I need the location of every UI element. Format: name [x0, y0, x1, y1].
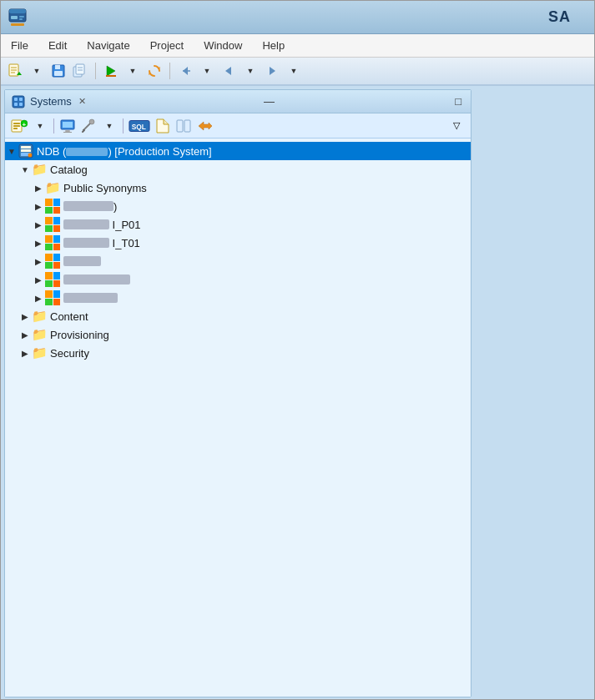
sync-button[interactable] [195, 117, 214, 135]
s3-expander[interactable]: ▶ [32, 236, 45, 249]
s6-expander[interactable]: ▶ [32, 291, 45, 305]
catalog-node[interactable]: ▼ 📁 Catalog [5, 160, 471, 179]
catalog-expander[interactable]: ▼ [18, 163, 32, 176]
svg-rect-49 [21, 146, 31, 149]
svg-rect-2 [11, 16, 18, 19]
content-label: Content [50, 310, 88, 323]
panel-header: Systems ✕ — □ [5, 90, 471, 113]
catalog-folder-icon: 📁 [32, 162, 47, 177]
copy-button[interactable] [71, 62, 89, 80]
schema-3-suffix: I_T01 [109, 237, 140, 249]
schema-6-node[interactable]: ▶ [5, 289, 471, 307]
provisioning-folder-icon: 📁 [32, 327, 47, 342]
svg-rect-46 [184, 120, 190, 132]
panel-toolbar-sep-1 [53, 118, 54, 133]
schema-2-node[interactable]: ▶ I_P01 [5, 215, 471, 234]
content-node[interactable]: ▶ 📁 Content [5, 307, 471, 325]
svg-rect-13 [54, 71, 63, 76]
title-bar: SA [1, 1, 594, 34]
monitor-button[interactable] [58, 117, 77, 135]
menu-navigate[interactable]: Navigate [83, 38, 133, 53]
schema-5-icon [45, 272, 60, 287]
root-expander[interactable]: ▼ [5, 144, 18, 158]
schema-4-node[interactable]: ▶ [5, 252, 471, 270]
security-node[interactable]: ▶ 📁 Security [5, 344, 471, 362]
schema-1-icon [45, 199, 60, 214]
prov-expander[interactable]: ▶ [18, 328, 32, 341]
svg-rect-38 [63, 122, 73, 128]
svg-rect-26 [13, 96, 24, 108]
tree-root-node[interactable]: ▼ NDB () [Production System] [5, 142, 471, 160]
s5-expander[interactable]: ▶ [32, 273, 45, 286]
svg-rect-30 [19, 103, 23, 106]
nav-left-dropdown[interactable]: ▼ [241, 62, 260, 80]
provisioning-node[interactable]: ▶ 📁 Provisioning [5, 325, 471, 344]
content-area: Systems ✕ — □ + ▼ [1, 86, 594, 700]
svg-line-42 [83, 130, 84, 132]
schema-3-icon [45, 235, 60, 250]
svg-rect-33 [13, 125, 20, 127]
svg-rect-12 [55, 65, 60, 69]
new-button[interactable] [6, 62, 24, 80]
menu-window[interactable]: Window [200, 38, 245, 53]
new-connection-button[interactable]: + [10, 117, 28, 135]
svg-rect-29 [14, 103, 18, 106]
toolbar-overflow-button[interactable]: ▽ [447, 117, 466, 135]
tree-area[interactable]: ▼ NDB () [Production System] [5, 138, 471, 697]
menu-edit[interactable]: Edit [45, 38, 70, 53]
menu-bar: File Edit Navigate Project Window Help [1, 34, 594, 58]
schema-6-icon [45, 290, 60, 305]
split-view-button[interactable] [174, 117, 193, 135]
nav-right-dropdown[interactable]: ▼ [285, 62, 303, 80]
ps-folder-icon: 📁 [45, 180, 60, 195]
toolbar-sep-2 [169, 63, 170, 79]
execute-button[interactable] [102, 62, 120, 80]
save-button[interactable] [49, 62, 68, 80]
schema-2-suffix: I_P01 [109, 219, 141, 231]
menu-project[interactable]: Project [147, 38, 187, 53]
schema-3-node[interactable]: ▶ I_T01 [5, 234, 471, 252]
refresh-button[interactable] [145, 62, 164, 80]
s1-expander[interactable]: ▶ [32, 199, 45, 213]
menu-file[interactable]: File [8, 38, 32, 53]
content-expander[interactable]: ▶ [18, 310, 32, 323]
svg-rect-32 [13, 123, 20, 124]
svg-rect-34 [13, 128, 18, 129]
back-button[interactable] [176, 62, 194, 80]
tools-button[interactable] [79, 117, 98, 135]
schema-1-node[interactable]: ▶ ) [5, 197, 471, 215]
svg-rect-5 [11, 23, 24, 26]
back-dropdown[interactable]: ▼ [198, 62, 216, 80]
catalog-label: Catalog [50, 164, 88, 176]
schema-2-icon [45, 217, 60, 232]
tools-dropdown[interactable]: ▼ [100, 117, 118, 135]
schema-5-node[interactable]: ▶ [5, 270, 471, 289]
root-label: NDB () [Production System] [37, 145, 212, 158]
panel-toolbar: + ▼ ▼ [5, 113, 471, 138]
sec-expander[interactable]: ▶ [18, 346, 32, 360]
new-dropdown-arrow[interactable]: ▼ [28, 62, 46, 80]
schema-5-label-blurred [63, 274, 130, 285]
menu-help[interactable]: Help [259, 38, 288, 53]
security-label: Security [50, 347, 89, 360]
sql-button[interactable]: SQL [128, 117, 151, 135]
s2-expander[interactable]: ▶ [32, 218, 45, 231]
svg-text:+: + [23, 120, 27, 128]
execute-dropdown[interactable]: ▼ [124, 62, 142, 80]
svg-rect-15 [76, 64, 84, 74]
nav-right-button[interactable] [263, 62, 281, 80]
s4-expander[interactable]: ▶ [32, 254, 45, 268]
panel-maximize-button[interactable]: □ [452, 95, 464, 108]
root-db-icon [18, 144, 33, 159]
systems-panel-icon [12, 95, 25, 108]
svg-rect-52 [28, 154, 32, 157]
schema-1-suffix: ) [113, 200, 117, 213]
panel-minimize-button[interactable]: — [261, 95, 277, 108]
public-synonyms-node[interactable]: ▶ 📁 Public Synonyms [5, 179, 471, 197]
ps-expander[interactable]: ▶ [32, 181, 45, 194]
nav-left-button[interactable] [219, 62, 238, 80]
open-file-button[interactable] [154, 117, 172, 135]
new-connection-dropdown[interactable]: ▼ [31, 117, 49, 135]
content-folder-icon: 📁 [32, 309, 47, 324]
schema-2-label-blurred [63, 219, 109, 229]
